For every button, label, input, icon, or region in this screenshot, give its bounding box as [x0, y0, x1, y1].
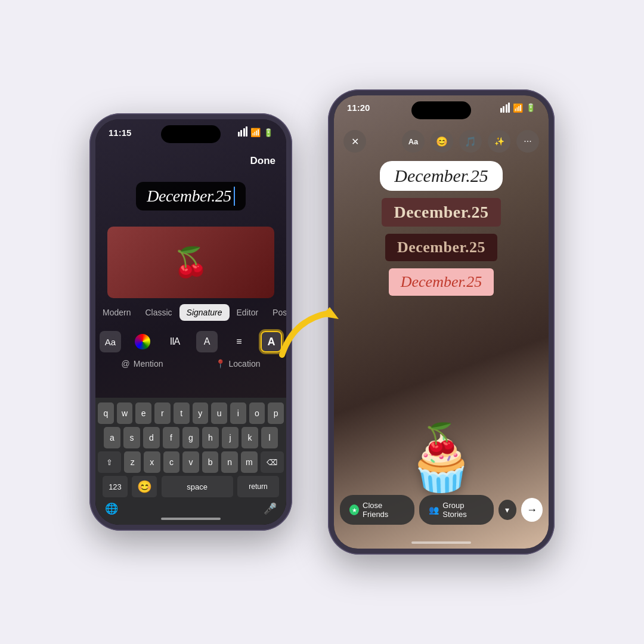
bottom-key-row: 123 😊 space return: [98, 476, 284, 497]
group-stories-btn[interactable]: 👥 Group Stories: [419, 495, 493, 525]
text-editing-area: December.25: [95, 182, 286, 210]
key-d[interactable]: d: [143, 427, 160, 448]
right-screen: 🧁 🍒 11:20 📶 🔋: [334, 95, 549, 549]
location-btn[interactable]: 📍 Location: [215, 359, 261, 369]
globe-icon[interactable]: 🌐: [103, 500, 120, 518]
text-tool-btn[interactable]: Aa: [402, 130, 425, 153]
group-stories-label: Group Stories: [442, 501, 484, 519]
story-content: 🧁 🍒 11:20 📶 🔋: [334, 95, 549, 549]
key-s[interactable]: s: [123, 427, 140, 448]
right-home-indicator: [411, 541, 471, 544]
signal-icon: [238, 126, 248, 138]
key-x[interactable]: x: [144, 451, 160, 473]
cherry-bg: 🍒: [107, 227, 274, 298]
location-label: Location: [229, 359, 261, 369]
key-z[interactable]: z: [124, 451, 141, 473]
keyboard[interactable]: q w e r t y u i o p a s d f g h: [95, 398, 286, 525]
key-o[interactable]: o: [249, 402, 265, 424]
cherry-emoji: 🍒: [173, 246, 209, 279]
chevron-down-btn[interactable]: ▾: [499, 500, 516, 520]
key-m[interactable]: m: [241, 451, 258, 473]
done-button[interactable]: Done: [250, 155, 276, 167]
key-e[interactable]: e: [135, 402, 151, 424]
key-t[interactable]: t: [174, 402, 190, 424]
text-label-1-text: December.25: [394, 166, 488, 185]
text-label-4[interactable]: December.25: [389, 268, 494, 296]
color-btn[interactable]: [132, 331, 153, 352]
key-l[interactable]: l: [261, 427, 278, 448]
return-key[interactable]: return: [237, 476, 279, 497]
at-icon: @: [122, 359, 130, 369]
key-r[interactable]: r: [154, 402, 171, 424]
text-box-editing[interactable]: December.25: [136, 182, 245, 210]
story-toolbar: ✕ Aa 😊 🎵 ✨ ···: [334, 126, 549, 156]
space-key[interactable]: space: [162, 476, 233, 497]
text-label-1[interactable]: December.25: [380, 161, 502, 191]
key-j[interactable]: j: [222, 427, 239, 448]
align-btn[interactable]: ≡: [228, 331, 250, 352]
sticker-btn[interactable]: 😊: [431, 130, 453, 153]
key-row-1: q w e r t y u i o p: [98, 402, 284, 424]
key-k[interactable]: k: [242, 427, 258, 448]
story-tools-right: Aa 😊 🎵 ✨ ···: [402, 130, 539, 153]
close-friends-label: Close Friends: [363, 501, 405, 519]
key-u[interactable]: u: [211, 402, 227, 424]
text-style-btn[interactable]: A: [196, 331, 218, 352]
key-a[interactable]: a: [104, 427, 120, 448]
key-f[interactable]: f: [163, 427, 179, 448]
delete-key[interactable]: ⌫: [261, 451, 284, 473]
wifi-icon: 📶: [250, 128, 261, 137]
highlight-btn[interactable]: A: [261, 331, 282, 352]
shift-key[interactable]: ⇧: [98, 451, 121, 473]
right-status-icons: 📶 🔋: [500, 103, 536, 113]
key-q[interactable]: q: [98, 402, 114, 424]
text-label-2[interactable]: December.25: [382, 198, 500, 227]
green-dot: ★: [349, 504, 359, 515]
text-label-4-text: December.25: [401, 273, 482, 290]
font-poster[interactable]: Poster: [265, 304, 286, 321]
text-toolbar: Aa IIA A ≡ A: [95, 331, 286, 352]
font-editor[interactable]: Editor: [230, 304, 266, 321]
key-b[interactable]: b: [202, 451, 219, 473]
mention-btn[interactable]: @ Mention: [122, 359, 163, 369]
left-home-indicator: [161, 518, 221, 520]
close-button[interactable]: ✕: [343, 130, 366, 153]
editing-text: December.25: [147, 187, 231, 206]
mention-label: Mention: [134, 359, 163, 369]
music-btn[interactable]: 🎵: [459, 130, 482, 153]
emoji-key[interactable]: 😊: [132, 476, 157, 497]
key-w[interactable]: w: [117, 402, 133, 424]
font-size-btn[interactable]: Aa: [100, 331, 121, 352]
key-c[interactable]: c: [163, 451, 180, 473]
scene: 11:15 📶 🔋: [0, 0, 644, 644]
font-modern[interactable]: Modern: [95, 304, 138, 321]
key-i[interactable]: i: [230, 402, 246, 424]
left-time: 11:15: [109, 128, 131, 138]
cursor: [234, 187, 235, 206]
right-time: 11:20: [347, 103, 370, 113]
key-p[interactable]: p: [268, 402, 284, 424]
effects-btn[interactable]: ✨: [488, 130, 510, 153]
more-btn[interactable]: ···: [516, 130, 539, 153]
mic-icon[interactable]: 🎤: [261, 500, 279, 518]
key-n[interactable]: n: [221, 451, 238, 473]
right-phone: 🧁 🍒 11:20 📶 🔋: [328, 89, 555, 555]
italic-btn[interactable]: IIA: [164, 331, 185, 352]
group-icon: 👥: [429, 505, 439, 515]
font-classic[interactable]: Classic: [138, 304, 179, 321]
close-friends-btn[interactable]: ★ Close Friends: [340, 495, 414, 525]
go-button[interactable]: →: [521, 498, 543, 522]
font-selector: Modern Classic Signature Editor Poster: [95, 304, 286, 321]
key-v[interactable]: v: [182, 451, 199, 473]
font-signature[interactable]: Signature: [179, 304, 230, 321]
mention-row: @ Mention 📍 Location: [95, 359, 286, 369]
battery-icon: 🔋: [264, 128, 273, 137]
key-h[interactable]: h: [202, 427, 219, 448]
key-y[interactable]: y: [193, 402, 209, 424]
cherries-emoji: 🍒: [423, 422, 460, 456]
key-g[interactable]: g: [182, 427, 199, 448]
key-row-2: a s d f g h j k l: [98, 427, 284, 448]
num-key[interactable]: 123: [103, 476, 128, 497]
text-label-3[interactable]: December.25: [385, 234, 497, 261]
text-labels: December.25 December.25 December.25 Dece…: [334, 161, 549, 296]
